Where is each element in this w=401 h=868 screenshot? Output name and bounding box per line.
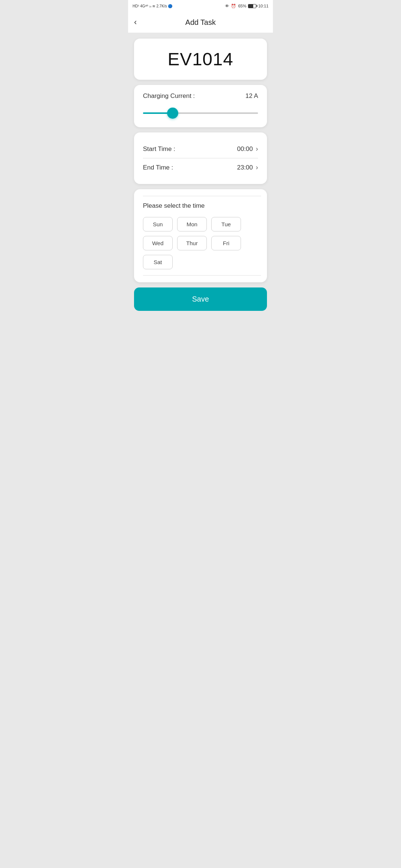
status-left: HD¹ 4G⁴⁶ ᵢₗₗ ≋ 2.7K/s 🔵 — [133, 4, 172, 8]
day-button-sat[interactable]: Sat — [143, 255, 173, 269]
start-time-row[interactable]: Start Time : 00:00 › — [143, 140, 258, 158]
end-time-chevron-icon: › — [256, 164, 258, 171]
ev-id-card: EV1014 — [134, 39, 267, 80]
back-icon: ‹ — [134, 17, 137, 27]
alarm-icon: ⏰ — [231, 4, 236, 9]
time-card: Start Time : 00:00 › End Time : 23:00 › — [134, 132, 267, 184]
save-button[interactable]: Save — [134, 287, 267, 311]
day-button-sun[interactable]: Sun — [143, 217, 173, 231]
eye-icon: 👁 — [225, 4, 229, 8]
day-button-mon[interactable]: Mon — [177, 217, 207, 231]
charging-current-card: Charging Current : 12 A — [134, 85, 267, 127]
end-time-label: End Time : — [143, 164, 173, 171]
charging-current-label: Charging Current : — [143, 92, 195, 100]
start-time-value-row: 00:00 › — [237, 145, 258, 153]
time-display: 10:11 — [258, 4, 268, 8]
status-right: 👁 ⏰ 65% 10:11 — [225, 4, 268, 9]
charging-current-value: 12 A — [245, 92, 258, 100]
end-time-value-row: 23:00 › — [237, 164, 258, 171]
day-selection-prompt: Please select the time — [143, 202, 261, 210]
slider-container[interactable] — [143, 106, 258, 120]
end-time-row[interactable]: End Time : 23:00 › — [143, 158, 258, 177]
top-divider — [143, 196, 261, 196]
start-time-value: 00:00 — [237, 145, 253, 153]
bottom-divider — [143, 275, 261, 276]
day-selection-card: Please select the time Sun Mon Tue Wed T… — [134, 189, 267, 282]
battery-percent: 65% — [238, 4, 246, 8]
day-button-fri[interactable]: Fri — [211, 236, 241, 250]
battery-icon — [248, 4, 256, 8]
current-label-row: Charging Current : 12 A — [143, 92, 258, 100]
end-time-value: 23:00 — [237, 164, 253, 171]
header: ‹ Add Task — [128, 12, 273, 33]
day-button-thur[interactable]: Thur — [177, 236, 207, 250]
ev-id-value: EV1014 — [168, 49, 234, 69]
charging-current-slider[interactable] — [143, 112, 258, 114]
day-button-tue[interactable]: Tue — [211, 217, 241, 231]
status-bar: HD¹ 4G⁴⁶ ᵢₗₗ ≋ 2.7K/s 🔵 👁 ⏰ 65% 10:11 — [128, 0, 273, 12]
network-info: HD¹ 4G⁴⁶ ᵢₗₗ ≋ 2.7K/s 🔵 — [133, 4, 172, 8]
main-content: EV1014 Charging Current : 12 A Start Tim… — [128, 33, 273, 320]
days-grid: Sun Mon Tue Wed Thur Fri Sat — [143, 217, 261, 269]
day-button-wed[interactable]: Wed — [143, 236, 173, 250]
start-time-label: Start Time : — [143, 145, 175, 153]
back-button[interactable]: ‹ — [134, 16, 140, 29]
page-title: Add Task — [185, 18, 216, 27]
start-time-chevron-icon: › — [256, 145, 258, 153]
